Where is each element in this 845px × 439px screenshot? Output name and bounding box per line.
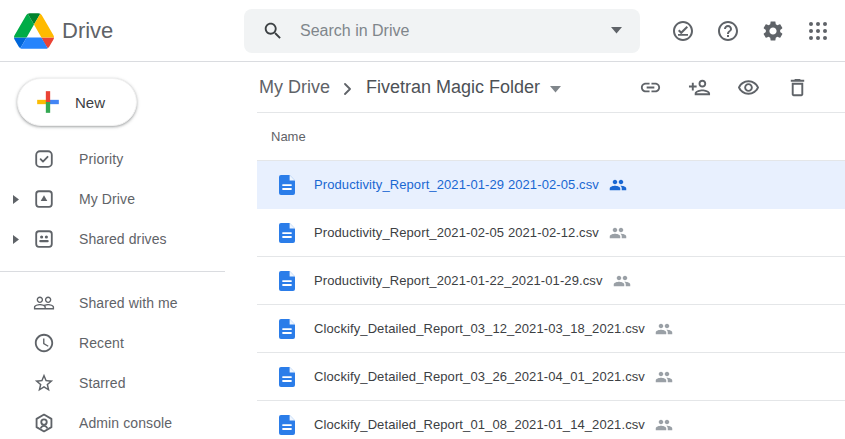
csv-file-icon [279, 319, 295, 339]
file-row[interactable]: Clockify_Detailed_Report_01_08_2021-01_1… [257, 401, 845, 439]
sidebar-item-label: Priority [79, 151, 123, 167]
file-row[interactable]: Clockify_Detailed_Report_03_26_2021-04_0… [257, 353, 845, 401]
breadcrumb-chevron-icon [343, 83, 353, 95]
sidebar-item-recent[interactable]: Recent [0, 323, 256, 363]
google-apps-grid-icon[interactable] [806, 19, 830, 43]
drive-logo[interactable]: Drive [0, 13, 244, 49]
sidebar-item-priority[interactable]: Priority [0, 139, 256, 179]
offline-ready-icon[interactable] [671, 19, 695, 43]
search-input[interactable] [300, 22, 611, 40]
sidebar-nav: Priority My Drive Shared drives [0, 139, 256, 439]
priority-icon [32, 147, 56, 171]
breadcrumb-my-drive[interactable]: My Drive [259, 77, 330, 98]
help-icon[interactable] [716, 19, 740, 43]
app-header: Drive [0, 0, 845, 62]
sidebar-item-label: My Drive [79, 191, 135, 207]
sidebar-item-label: Admin console [79, 415, 172, 431]
new-button[interactable]: New [17, 78, 137, 126]
expand-chevron-icon[interactable] [0, 195, 32, 204]
main-content: My Drive Fivetran Magic Folder [257, 63, 845, 439]
share-add-person-icon[interactable] [688, 76, 711, 99]
file-name: Productivity_Report_2021-01-22_2021-01-2… [314, 273, 603, 288]
shared-people-icon [655, 416, 673, 434]
starred-icon [32, 371, 56, 395]
search-icon [262, 20, 284, 42]
app-title: Drive [62, 18, 113, 44]
shared-with-me-icon [32, 291, 56, 315]
file-name: Clockify_Detailed_Report_03_26_2021-04_0… [314, 369, 645, 384]
sidebar-item-shared-with-me[interactable]: Shared with me [0, 283, 256, 323]
file-row[interactable]: Productivity_Report_2021-01-22_2021-01-2… [257, 257, 845, 305]
sidebar-item-label: Starred [79, 375, 126, 391]
shared-people-icon [613, 272, 631, 290]
csv-file-icon [279, 415, 295, 435]
folder-menu-caret-icon[interactable] [550, 86, 561, 93]
shared-people-icon [609, 224, 627, 242]
sidebar-item-starred[interactable]: Starred [0, 363, 256, 403]
delete-trash-icon[interactable] [786, 76, 809, 99]
file-name: Clockify_Detailed_Report_01_08_2021-01_1… [314, 417, 645, 432]
file-row[interactable]: Productivity_Report_2021-02-05 2021-02-1… [257, 209, 845, 257]
file-name: Productivity_Report_2021-01-29 2021-02-0… [314, 177, 599, 192]
sidebar-item-label: Recent [79, 335, 124, 351]
multicolor-plus-icon [35, 89, 61, 115]
file-list: Productivity_Report_2021-01-29 2021-02-0… [257, 161, 845, 439]
csv-file-icon [279, 367, 295, 387]
file-row[interactable]: Productivity_Report_2021-01-29 2021-02-0… [257, 161, 845, 209]
sidebar-item-my-drive[interactable]: My Drive [0, 179, 256, 219]
drive-triangle-icon [14, 13, 54, 49]
csv-file-icon [279, 223, 295, 243]
expand-chevron-icon[interactable] [0, 235, 32, 244]
file-name: Clockify_Detailed_Report_03_12_2021-03_1… [314, 321, 645, 336]
breadcrumb-current-folder[interactable]: Fivetran Magic Folder [366, 77, 540, 98]
get-link-icon[interactable] [639, 76, 662, 99]
breadcrumb: My Drive Fivetran Magic Folder [259, 77, 561, 98]
settings-gear-icon[interactable] [761, 19, 785, 43]
sidebar-item-admin-console[interactable]: Admin console [0, 403, 256, 439]
sidebar-item-label: Shared with me [79, 295, 178, 311]
my-drive-icon [32, 187, 56, 211]
breadcrumb-row: My Drive Fivetran Magic Folder [257, 63, 845, 113]
file-table-header[interactable]: Name [257, 113, 845, 161]
sidebar-item-shared-drives[interactable]: Shared drives [0, 219, 256, 259]
new-button-label: New [75, 94, 105, 111]
sidebar-divider [0, 271, 225, 272]
search-options-caret-icon[interactable] [611, 27, 622, 34]
name-column-header: Name [271, 129, 306, 144]
folder-toolbar [639, 76, 809, 99]
sidebar-item-label: Shared drives [79, 231, 167, 247]
csv-file-icon [279, 175, 295, 195]
file-name: Productivity_Report_2021-02-05 2021-02-1… [314, 225, 599, 240]
recent-icon [32, 331, 56, 355]
shared-people-icon [655, 320, 673, 338]
admin-console-icon [32, 411, 56, 435]
file-row[interactable]: Clockify_Detailed_Report_03_12_2021-03_1… [257, 305, 845, 353]
search-bar[interactable] [244, 9, 640, 53]
shared-people-icon [655, 368, 673, 386]
csv-file-icon [279, 271, 295, 291]
preview-eye-icon[interactable] [737, 76, 760, 99]
header-actions [671, 19, 845, 43]
sidebar: New Priority My Drive Shar [0, 63, 256, 439]
shared-people-icon [609, 176, 627, 194]
shared-drives-icon [32, 227, 56, 251]
